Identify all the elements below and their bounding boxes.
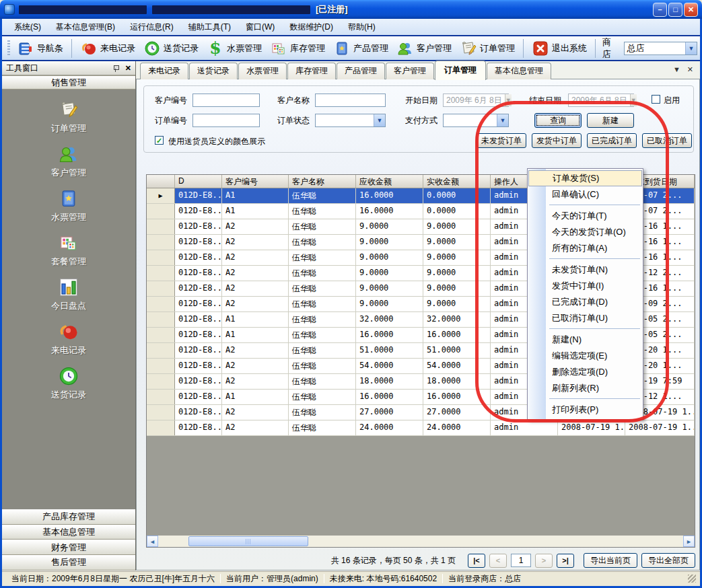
tab[interactable]: 订单管理 (435, 61, 486, 80)
context-menu-item[interactable]: 今天的订单(T) (528, 208, 643, 224)
sidebar-group[interactable]: 售后管理 (2, 555, 135, 571)
query-button[interactable]: 查询 (534, 113, 582, 128)
enable-checkbox[interactable] (652, 95, 660, 104)
context-menu-item[interactable]: 编辑选定项(E) (528, 348, 643, 364)
context-menu-item[interactable]: 订单发货(S) (528, 170, 642, 186)
context-menu-item[interactable]: 刷新列表(R) (528, 380, 643, 396)
tab[interactable]: 水票管理 (238, 63, 287, 79)
maximize-button[interactable]: □ (668, 3, 682, 17)
scroll-left-icon[interactable]: ◀ (147, 536, 158, 547)
sidebar-group-sales[interactable]: 销售管理 (2, 75, 135, 89)
context-menu-item[interactable] (549, 398, 640, 399)
sidebar-item-daily-check[interactable]: 今日盘点 (51, 277, 86, 312)
prev-page-button[interactable]: < (489, 554, 507, 568)
pin-icon[interactable] (112, 65, 120, 72)
close-button[interactable]: ✕ (684, 3, 698, 17)
table-header-cell[interactable]: D (175, 175, 222, 188)
row-selector-cell[interactable] (147, 312, 175, 327)
unshipped-orders-button[interactable]: 未发货订单 (477, 133, 526, 148)
context-menu-item[interactable]: 回单确认(C) (528, 186, 643, 203)
menu-item[interactable]: 系统(S) (7, 20, 48, 35)
start-date-picker[interactable]: 2009年 6月 8日 ▼ (443, 94, 509, 107)
resize-grip[interactable] (688, 575, 696, 583)
toolbar-inventory-button[interactable]: 库存管理 (266, 38, 329, 59)
menu-item[interactable]: 运行信息(R) (123, 20, 180, 35)
scrollbar-thumb[interactable] (188, 536, 308, 546)
sidebar-item-customer-mgmt[interactable]: 客户管理 (51, 143, 86, 179)
row-selector-cell[interactable] (147, 420, 175, 435)
menu-item[interactable]: 基本信息管理(B) (49, 20, 122, 35)
context-menu-item[interactable]: 打印列表(P) (528, 402, 643, 418)
row-selector-cell[interactable] (147, 405, 175, 420)
tool-window-close-icon[interactable]: ✕ (125, 65, 131, 72)
use-deliverer-color-checkbox[interactable]: ✓ (155, 136, 164, 145)
table-header-cell[interactable] (147, 175, 175, 188)
menu-item[interactable]: 数据维护(D) (283, 20, 340, 35)
context-menu-item[interactable]: 已完成订单(D) (528, 294, 643, 310)
row-selector-cell[interactable] (147, 297, 175, 311)
toolbar-call-log-button[interactable]: 来电记录 (76, 38, 139, 59)
tab[interactable]: 基本信息管理 (487, 63, 551, 79)
toolbar-nav-button[interactable]: 导航条 (13, 38, 67, 59)
toolbar-order-button[interactable]: 订单管理 (456, 38, 519, 59)
context-menu-item[interactable]: 已取消订单(U) (528, 310, 643, 326)
sidebar-item-call-log[interactable]: 来电记录 (51, 321, 86, 357)
cancelled-orders-button[interactable]: 已取消订单 (642, 133, 692, 148)
sidebar-item-ticket-mgmt[interactable]: 水票管理 (51, 188, 86, 223)
row-selector-cell[interactable] (147, 204, 175, 219)
row-selector-cell[interactable]: ▶ (147, 188, 175, 203)
minimize-button[interactable]: – (653, 3, 667, 17)
toolbar-delivery-log-button[interactable]: 送货记录 (139, 38, 203, 59)
context-menu-item[interactable]: 发货中订单(I) (528, 278, 643, 294)
sidebar-group[interactable]: 基本信息管理 (2, 525, 135, 540)
first-page-button[interactable]: |< (468, 554, 485, 568)
row-selector-cell[interactable] (147, 374, 175, 389)
context-menu-item[interactable]: 所有的订单(A) (528, 240, 643, 256)
end-date-picker[interactable]: 2009年 6月 8日 ▼ (568, 94, 634, 107)
sidebar-group[interactable]: 产品库存管理 (2, 509, 135, 525)
tab[interactable]: 库存管理 (287, 63, 336, 79)
toolbar-ticket-button[interactable]: $ 水票管理 (203, 38, 266, 59)
table-row[interactable]: 012D-E8... A2 伍华聪 24.0000 24.0000 admin … (147, 420, 695, 436)
shop-select[interactable]: 总店 ▼ (624, 42, 697, 55)
page-number-input[interactable] (511, 554, 531, 567)
order-status-select[interactable]: ▼ (315, 114, 386, 127)
menu-item[interactable]: 帮助(H) (341, 20, 382, 35)
tab[interactable]: 客户管理 (386, 63, 434, 79)
row-selector-cell[interactable] (147, 235, 175, 250)
export-all-pages-button[interactable]: 导出全部页 (641, 553, 695, 568)
toolbar-grip[interactable] (7, 40, 10, 57)
context-menu-item[interactable]: 今天的发货订单(O) (528, 224, 643, 240)
last-page-button[interactable]: >| (557, 554, 574, 568)
table-header-cell[interactable]: 应收金额 (356, 175, 423, 188)
context-menu-item[interactable] (549, 258, 640, 259)
context-menu-item[interactable] (549, 205, 640, 205)
toolbar-customer-button[interactable]: 客户管理 (392, 38, 456, 59)
tab-close-icon[interactable]: ✕ (687, 65, 693, 74)
customer-name-input[interactable] (315, 94, 386, 107)
sidebar-item-order-mgmt[interactable]: 订单管理 (51, 99, 86, 135)
row-selector-cell[interactable] (147, 250, 175, 265)
completed-orders-button[interactable]: 已完成订单 (587, 133, 637, 148)
row-selector-cell[interactable] (147, 328, 175, 342)
row-selector-cell[interactable] (147, 343, 175, 358)
toolbar-exit-button[interactable]: 退出系统 (528, 38, 591, 59)
tab[interactable]: 来电记录 (140, 63, 188, 79)
sidebar-item-delivery-log[interactable]: 送货记录 (51, 365, 86, 401)
context-menu-item[interactable]: 未发货订单(N) (528, 262, 643, 278)
row-selector-cell[interactable] (147, 390, 175, 404)
new-button[interactable]: 新建 (587, 113, 634, 128)
context-menu-item[interactable]: 新建(N) (528, 332, 643, 348)
tab[interactable]: 送货记录 (189, 63, 238, 79)
pay-method-select[interactable]: ▼ (443, 114, 509, 127)
context-menu-item[interactable] (549, 328, 640, 329)
table-header-cell[interactable]: 客户编号 (222, 175, 289, 188)
tab-dropdown-icon[interactable]: ▼ (673, 65, 680, 74)
sidebar-group[interactable]: 财务管理 (2, 540, 135, 555)
next-page-button[interactable]: > (535, 554, 553, 568)
horizontal-scrollbar[interactable]: ◀ ▶ (147, 536, 695, 547)
export-current-page-button[interactable]: 导出当前页 (584, 553, 637, 568)
order-no-input[interactable] (192, 114, 260, 127)
tab[interactable]: 产品管理 (337, 63, 385, 79)
sidebar-item-combo-mgmt[interactable]: 套餐管理 (51, 232, 86, 268)
